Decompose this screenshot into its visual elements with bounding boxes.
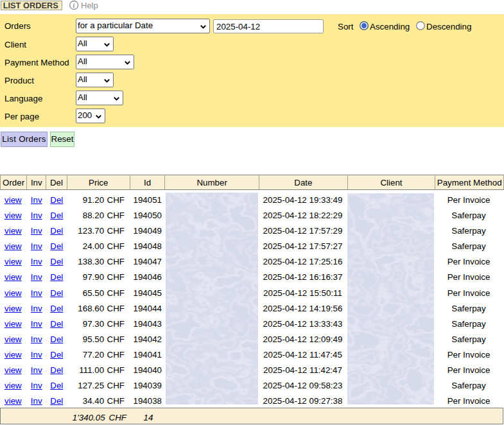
svg-text:i: i	[73, 2, 75, 9]
